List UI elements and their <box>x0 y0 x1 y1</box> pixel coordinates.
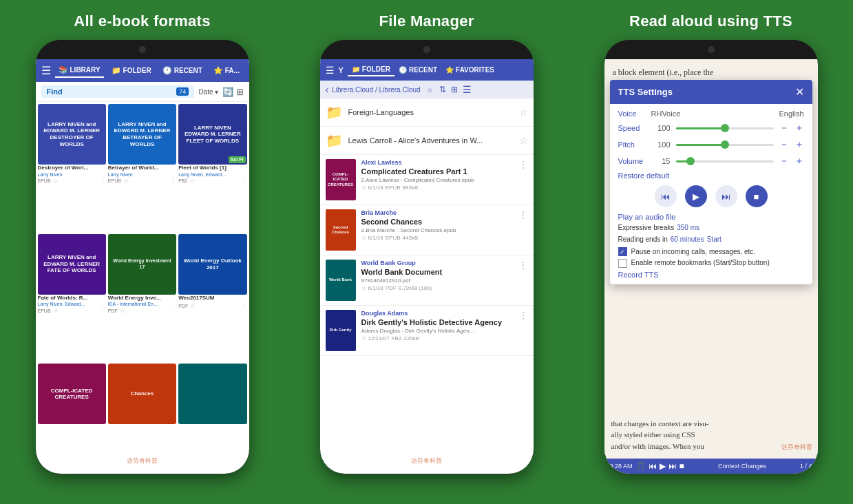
tts-speed-row: Speed 100 － ＋ <box>618 122 804 134</box>
tts-dialog-header: TTS Settings ✕ <box>610 80 812 104</box>
book-more-icon-second-chances[interactable]: ⋮ <box>518 209 528 220</box>
tts-volume-plus-button[interactable]: ＋ <box>794 155 804 167</box>
tts-bottom-ff-icon[interactable]: ⏭ <box>668 461 677 471</box>
star-icon[interactable]: ☆ <box>190 302 196 309</box>
tts-voice-label[interactable]: Voice <box>618 109 646 118</box>
fm-hamburger-icon[interactable]: ☰ <box>326 65 335 76</box>
tts-speed-thumb[interactable] <box>721 124 729 132</box>
list-item[interactable]: Dirk Gently Douglas Adams Dirk Gently's … <box>320 306 534 356</box>
tts-volume-thumb[interactable] <box>686 157 695 165</box>
star-icon[interactable]: ☆ <box>53 307 59 314</box>
star-icon[interactable]: ☆ <box>53 178 59 185</box>
folder-star-icon[interactable]: ☆ <box>519 135 528 146</box>
tts-bottom-audio-icon[interactable]: 🎵 <box>635 461 646 471</box>
tts-close-button[interactable]: ✕ <box>795 85 804 98</box>
tts-speed-plus-button[interactable]: ＋ <box>794 122 804 134</box>
tts-play-audio-link[interactable]: Play an audio file <box>618 213 804 221</box>
list-item[interactable]: LARRY NIVEN and EDWARD M. LERNERBETRAYER… <box>108 104 176 232</box>
tts-speed-minus-button[interactable]: － <box>779 122 789 134</box>
breadcrumb-back-icon[interactable]: ‹ <box>326 84 329 95</box>
more-icon[interactable]: ⋮ <box>170 307 176 314</box>
book-cover-inner: LARRY NIVEN and EDWARD M. LERNERDESTROYE… <box>38 104 106 165</box>
breadcrumb-grid-icon[interactable]: ⊞ <box>451 85 458 94</box>
tts-restore-default-link[interactable]: Restore default <box>618 171 804 180</box>
tts-reading-ends-value[interactable]: 60 minutes <box>671 235 704 243</box>
book-cover-inner: LARRY NIVEN and EDWARD M. LERNERBETRAYER… <box>108 104 176 165</box>
tab-library[interactable]: 📚 LIBRARY <box>55 63 104 78</box>
tts-pitch-thumb[interactable] <box>721 140 729 149</box>
tts-volume-minus-button[interactable]: － <box>779 155 789 167</box>
tts-remote-bookmarks-checkbox[interactable] <box>618 259 627 268</box>
tts-expressive-breaks-value[interactable]: 350 ms <box>677 224 699 231</box>
tts-pause-calls-row: ✓ Pause on incoming calls, messages, etc… <box>618 247 804 256</box>
grid-view-icon[interactable]: ⊞ <box>236 87 244 97</box>
more-icon[interactable]: ⋮ <box>241 178 247 185</box>
list-item[interactable]: LARRY NIVEN and EDWARD M. LERNERDESTROYE… <box>38 104 106 232</box>
book-meta-dirk: Adams Douglas - Dirk Gently's Holistic A… <box>361 328 513 334</box>
list-item[interactable]: World Energy Outlook 2017 Weo2017SUM PDF… <box>178 234 246 362</box>
book-more-icon-dirk[interactable]: ⋮ <box>518 310 528 321</box>
more-icon[interactable]: ⋮ <box>170 178 176 185</box>
phone-top-bar-tts <box>604 40 818 59</box>
breadcrumb-menu-icon[interactable]: ☰ <box>463 84 472 95</box>
tts-pitch-slider[interactable] <box>676 144 774 146</box>
refresh-icon[interactable]: 🔄 <box>222 87 233 97</box>
star-icon[interactable]: ☆ <box>189 178 195 185</box>
list-item[interactable]: World Bank World Bank Group World Bank D… <box>320 255 534 306</box>
book-meta: FB2 ☆ ⋮ <box>178 178 246 185</box>
tts-reading-ends-start-button[interactable]: Start <box>707 235 722 243</box>
tts-expressive-breaks-label: Expressive breaks <box>618 224 675 231</box>
tab-folder[interactable]: 📁 FOLDER <box>108 64 155 77</box>
tts-speed-slider[interactable] <box>676 127 774 129</box>
sort-box[interactable]: Date ▾ <box>198 88 218 96</box>
tts-play-button[interactable]: ▶ <box>685 185 707 207</box>
book-more-icon-complicated[interactable]: ⋮ <box>518 159 528 170</box>
list-item[interactable]: Second Chances Bria Marche Second Chance… <box>320 205 534 255</box>
tts-record-tts-link[interactable]: Record TTS <box>618 271 804 279</box>
tts-pause-calls-checkbox[interactable]: ✓ <box>618 247 627 256</box>
tts-bottom-play-icon[interactable]: ▶ <box>660 461 666 471</box>
tab-fm-recent[interactable]: 🕐 RECENT <box>394 63 441 76</box>
date-icon: ☆ <box>361 235 366 241</box>
star-icon[interactable]: ☆ <box>120 307 125 314</box>
tts-voice-engine: RHVoice <box>651 109 671 118</box>
list-item[interactable]: LARRY NIVEN EDWARD M. LERNERFLEET OF WOR… <box>178 104 246 232</box>
list-item[interactable]: COMPL-ICATED CREATURES <box>38 364 106 472</box>
list-item[interactable] <box>178 364 246 472</box>
more-icon[interactable]: ⋮ <box>100 178 106 185</box>
tab-favorites[interactable]: ⭐ FA... <box>210 64 243 77</box>
tts-rewind-button[interactable]: ⏮ <box>655 185 677 207</box>
hamburger-icon[interactable]: ☰ <box>41 64 51 77</box>
tts-bottom-stop-icon[interactable]: ■ <box>680 461 684 471</box>
tab-recent[interactable]: 🕐 RECENT <box>159 64 206 77</box>
tts-bottom-rewind-icon[interactable]: ⏮ <box>649 461 657 471</box>
list-item[interactable]: 📁 Lewis Carroll - Alice's Adventures in … <box>320 127 534 155</box>
book-cover-betrayer: LARRY NIVEN and EDWARD M. LERNERBETRAYER… <box>108 104 176 165</box>
tab-fm-favorites[interactable]: ⭐ FAVORITES <box>441 63 498 76</box>
tts-pitch-label[interactable]: Pitch <box>618 140 646 149</box>
tts-speed-label[interactable]: Speed <box>618 124 646 132</box>
breadcrumb-star-icon[interactable]: ☆ <box>427 86 433 94</box>
book-title-dirk: Dirk Gently's Holistic Detective Agency <box>361 318 513 326</box>
tts-fast-forward-button[interactable]: ⏭ <box>715 185 737 207</box>
tab-fm-folder[interactable]: 📁 FOLDER <box>348 63 394 76</box>
list-item[interactable]: 📁 Foreign-Languages ☆ <box>320 98 534 127</box>
fm-y-label[interactable]: Y <box>339 66 344 74</box>
find-box[interactable]: Find 74 <box>41 85 195 98</box>
tts-stop-button[interactable]: ■ <box>746 185 768 207</box>
list-item[interactable]: LARRY NIVEN and EDWARD M. LERNERFATE OF … <box>38 234 106 362</box>
book-more-icon-world-bank[interactable]: ⋮ <box>518 260 528 271</box>
list-item[interactable]: World Energy Investment 17 World Energy … <box>108 234 176 362</box>
tts-volume-label[interactable]: Volume <box>618 157 646 165</box>
more-icon[interactable]: ⋮ <box>241 302 247 309</box>
book-size: 8.72MB (100) <box>399 285 432 291</box>
star-icon[interactable]: ☆ <box>123 178 129 185</box>
tts-pitch-plus-button[interactable]: ＋ <box>794 138 804 151</box>
list-item[interactable]: COMPL-ICATED CREATURES Alexi Lawless Com… <box>320 155 534 205</box>
tts-pitch-minus-button[interactable]: － <box>779 138 789 151</box>
tts-volume-slider[interactable] <box>676 160 774 162</box>
more-icon[interactable]: ⋮ <box>100 307 106 314</box>
folder-star-icon[interactable]: ☆ <box>519 107 528 118</box>
list-item[interactable]: Chances <box>108 364 176 472</box>
breadcrumb-sort-icon[interactable]: ⇅ <box>439 85 446 94</box>
